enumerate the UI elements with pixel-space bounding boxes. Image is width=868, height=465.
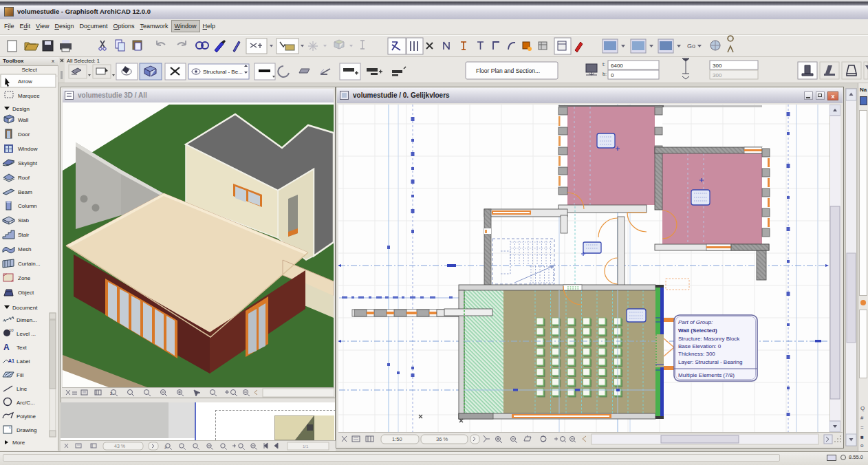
svg-text:Layer: Structural - Bearing: Layer: Structural - Bearing [678,359,742,365]
svg-text:Beam: Beam [18,189,32,195]
svg-text:Base Elevation: 0: Base Elevation: 0 [678,343,721,349]
svg-text:Column: Column [18,203,37,209]
svg-text:More: More [12,440,25,446]
svg-text:Document: Document [12,305,38,311]
svg-text:Mesh: Mesh [18,246,32,252]
svg-text:Polyline: Polyline [17,413,36,420]
svg-text:1:50: 1:50 [392,436,402,442]
svg-text:Arc/C...: Arc/C... [17,400,35,406]
svg-text:Door: Door [18,131,30,138]
svg-text:Level ...: Level ... [17,331,36,337]
svg-text:Skylight: Skylight [18,160,38,166]
svg-text:b:: b: [603,72,607,76]
svg-text:Thickness: 300: Thickness: 300 [678,351,715,357]
svg-text:A1: A1 [8,358,14,363]
svg-text:Line: Line [17,386,28,392]
svg-text:Part of Group:: Part of Group: [678,319,713,325]
svg-text:Structural - Be...: Structural - Be... [203,69,243,75]
svg-text:Roof: Roof [18,175,30,181]
svg-text:Drawing: Drawing [17,427,36,433]
svg-text:43 %: 43 % [114,444,125,448]
svg-text:Wall: Wall [18,117,28,123]
svg-text:Stair: Stair [18,232,30,238]
svg-text:Dimen...: Dimen... [17,317,37,323]
svg-text:6400: 6400 [611,63,623,69]
svg-text:Wall (Selected): Wall (Selected) [678,327,717,334]
svg-text:Zone: Zone [18,275,31,281]
svg-text:Curtain...: Curtain... [18,261,40,267]
svg-text:All Selected: 1: All Selected: 1 [67,58,100,64]
svg-text:300: 300 [713,72,722,78]
svg-text:Floor Plan and Section...: Floor Plan and Section... [476,67,540,74]
svg-text:Marquee: Marquee [18,93,40,99]
svg-text:Go: Go [687,43,695,50]
svg-text:Design: Design [12,106,30,112]
svg-text:Slab: Slab [18,217,30,224]
svg-text:300: 300 [713,63,722,69]
svg-text:1/1: 1/1 [303,444,309,448]
svg-text:Text: Text [17,345,27,351]
svg-text:■: ■ [860,434,864,440]
svg-text:Arrow: Arrow [18,78,32,85]
svg-text:10: 10 [9,328,14,332]
svg-text:A: A [3,343,10,352]
svg-text:2: 2 [164,445,167,449]
svg-text:Q: Q [860,405,865,411]
svg-text:=: = [860,424,864,431]
svg-text:36 %: 36 % [436,436,448,442]
svg-text:Label: Label [17,358,30,365]
svg-text:2: 2 [110,391,113,396]
svg-text:o: o [860,442,864,448]
svg-text:t:: t: [603,62,605,67]
svg-text:Window: Window [18,146,38,152]
svg-text:Object: Object [18,290,34,296]
svg-text:#: # [860,415,864,421]
svg-text:Multiple Elements (7/8): Multiple Elements (7/8) [678,372,735,378]
svg-text:0: 0 [611,72,614,78]
svg-text:Structure: Masonry Block: Structure: Masonry Block [678,336,740,342]
svg-text:Fill: Fill [17,372,23,378]
